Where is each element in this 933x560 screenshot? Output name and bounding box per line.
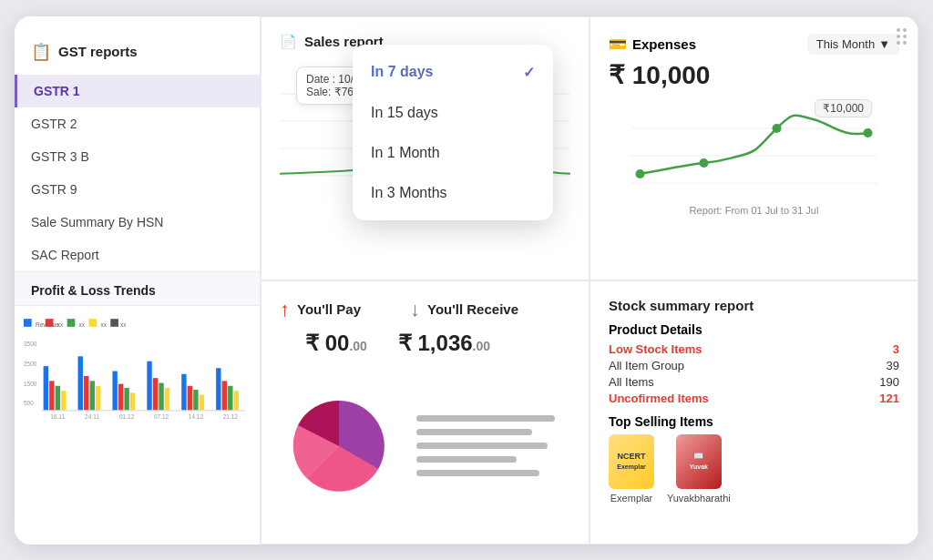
svg-text:14.12: 14.12 xyxy=(189,412,204,419)
svg-rect-35 xyxy=(222,381,227,410)
svg-rect-17 xyxy=(61,391,66,411)
svg-rect-23 xyxy=(118,383,123,410)
stock-panel: Stock summary report Product Details Low… xyxy=(590,280,918,545)
svg-text:2500: 2500 xyxy=(24,361,37,367)
svg-rect-33 xyxy=(200,394,204,410)
receive-arrow-icon: ↓ xyxy=(410,298,420,321)
line-3 xyxy=(416,443,548,449)
top-item-exemplar: NCERT Exemplar Exemplar xyxy=(609,434,654,504)
svg-text:07.12: 07.12 xyxy=(154,412,169,419)
svg-rect-22 xyxy=(112,371,117,410)
svg-rect-30 xyxy=(181,373,186,410)
ncert-book-icon: NCERT Exemplar xyxy=(609,434,654,489)
expenses-report-range: Report: From 01 Jul to 31 Jul xyxy=(609,205,899,216)
svg-rect-28 xyxy=(159,382,163,410)
exemplar-img: NCERT Exemplar xyxy=(609,434,654,489)
receivable-item: ↓ You'll Receive xyxy=(410,298,518,321)
svg-rect-31 xyxy=(188,385,192,410)
svg-point-54 xyxy=(636,169,645,178)
stock-title: Stock summary report xyxy=(609,298,899,313)
yuvak-img: 📖 Yuvak xyxy=(676,434,722,489)
svg-text:16.11: 16.11 xyxy=(50,412,66,419)
top-item-yuvak: 📖 Yuvak Yuvakbharathi xyxy=(667,434,731,504)
this-month-button[interactable]: This Month ▼ xyxy=(807,34,899,55)
svg-text:xx: xx xyxy=(120,321,127,327)
dropdown-item-7days[interactable]: In 7 days ✓ xyxy=(353,52,553,93)
svg-text:Revenue: Revenue xyxy=(36,321,59,327)
stock-row-unconfirmed: Uncofirmed Items 121 xyxy=(609,392,899,405)
receivable-amount: ₹ 1,036.00 xyxy=(398,331,490,356)
sidebar-header: 📋 GST reports xyxy=(15,33,260,75)
sidebar-item-hsn[interactable]: Sale Summary By HSN xyxy=(15,206,260,239)
expenses-badge: ₹10,000 xyxy=(815,99,872,117)
expenses-dots-menu[interactable] xyxy=(897,28,907,45)
svg-rect-14 xyxy=(44,366,48,411)
svg-rect-37 xyxy=(234,391,239,411)
lines-area xyxy=(416,406,570,485)
pay-arrow-icon: ↑ xyxy=(280,298,290,321)
svg-text:21.12: 21.12 xyxy=(223,412,239,419)
sidebar-item-sac[interactable]: SAC Report xyxy=(15,239,260,271)
dropdown-item-3months[interactable]: In 3 Months xyxy=(353,173,553,213)
svg-rect-32 xyxy=(193,390,198,411)
svg-text:500: 500 xyxy=(24,400,34,406)
svg-rect-15 xyxy=(49,381,54,410)
pl-chart-area: Revenue xx xx xx xx 3500 2500 1500 500 xyxy=(15,306,260,429)
stock-row-group: All Item Group 39 xyxy=(609,359,899,372)
svg-rect-36 xyxy=(228,385,232,410)
pl-bar-chart: Revenue xx xx xx xx 3500 2500 1500 500 xyxy=(24,317,251,425)
sidebar-item-gstr2[interactable]: GSTR 2 xyxy=(15,107,260,140)
pay-receive-panel: ↑ You'll Pay ↓ You'll Receive ₹ 00.00 ₹ … xyxy=(261,280,590,545)
dropdown-item-1month[interactable]: In 1 Month xyxy=(353,133,553,173)
svg-rect-0 xyxy=(24,319,32,327)
svg-text:xx: xx xyxy=(57,321,64,327)
svg-rect-19 xyxy=(84,375,88,410)
check-icon: ✓ xyxy=(523,64,535,81)
svg-rect-29 xyxy=(165,387,169,410)
dropdown-item-15days[interactable]: In 15 days xyxy=(353,93,553,133)
sidebar-item-gstr1[interactable]: GSTR 1 xyxy=(15,75,260,107)
svg-rect-27 xyxy=(153,378,158,411)
svg-text:1500: 1500 xyxy=(24,380,37,386)
gst-icon: 📋 xyxy=(31,42,51,62)
svg-rect-25 xyxy=(130,392,135,410)
time-range-dropdown[interactable]: In 7 days ✓ In 15 days In 1 Month In 3 M… xyxy=(353,45,553,220)
product-details-title: Product Details xyxy=(609,322,899,337)
pay-receive-row: ↑ You'll Pay ↓ You'll Receive xyxy=(280,298,570,321)
expenses-amount: ₹ 10,000 xyxy=(609,60,899,90)
svg-text:3500: 3500 xyxy=(24,341,37,347)
svg-text:xx: xx xyxy=(79,321,86,327)
svg-rect-4 xyxy=(110,319,118,327)
svg-rect-20 xyxy=(90,381,95,410)
sidebar: 📋 GST reports GSTR 1 GSTR 2 GSTR 3 B GST… xyxy=(15,16,261,545)
line-2 xyxy=(416,429,532,435)
line-5 xyxy=(416,470,539,476)
stock-row-low: Low Stock Items 3 xyxy=(609,342,899,356)
pie-chart xyxy=(280,387,398,505)
svg-rect-3 xyxy=(88,319,97,327)
svg-rect-2 xyxy=(67,319,76,327)
sidebar-item-gstr3b[interactable]: GSTR 3 B xyxy=(15,140,260,173)
svg-rect-24 xyxy=(124,387,128,410)
expenses-left: 💳 Expenses xyxy=(609,36,696,53)
sales-panel: 📄 Sales report Date : 10/07/2024 Sale: ₹… xyxy=(261,16,590,280)
sales-icon: 📄 xyxy=(280,34,297,50)
svg-rect-21 xyxy=(96,385,100,410)
svg-point-55 xyxy=(700,158,709,168)
expenses-chart-area: ₹10,000 xyxy=(609,92,899,201)
svg-text:01.12: 01.12 xyxy=(119,412,135,419)
line-1 xyxy=(416,415,555,422)
svg-text:xx: xx xyxy=(100,321,107,327)
svg-rect-16 xyxy=(56,385,60,410)
main-container: 📋 GST reports GSTR 1 GSTR 2 GSTR 3 B GST… xyxy=(15,16,918,545)
yuvak-book-icon: 📖 Yuvak xyxy=(676,434,722,489)
svg-text:24.11: 24.11 xyxy=(85,412,100,419)
amounts-row: ₹ 00.00 ₹ 1,036.00 xyxy=(280,331,570,356)
svg-point-57 xyxy=(864,128,873,137)
top-selling-title: Top Selling Items xyxy=(609,414,899,429)
sidebar-item-gstr9[interactable]: GSTR 9 xyxy=(15,173,260,206)
pay-charts-row xyxy=(280,365,570,527)
stock-row-items: All Items 190 xyxy=(609,375,899,389)
payable-amount: ₹ 00.00 xyxy=(305,331,367,356)
payable-item: ↑ You'll Pay xyxy=(280,298,361,321)
